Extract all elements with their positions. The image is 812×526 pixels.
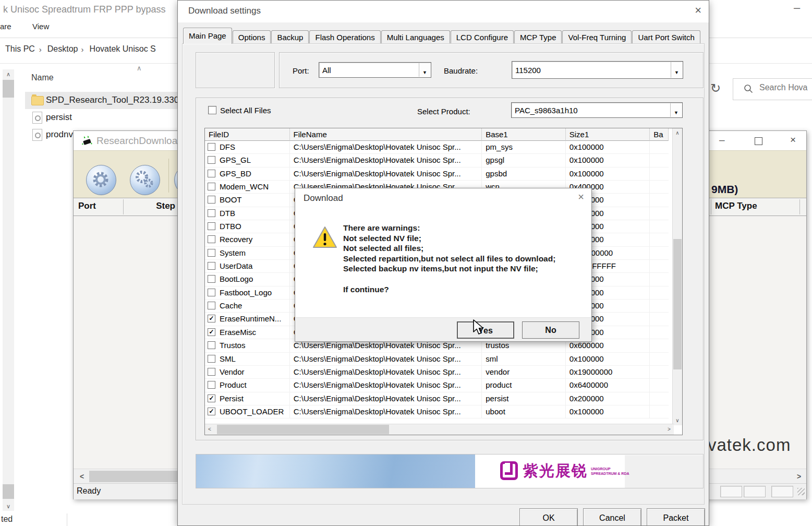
row-checkbox[interactable]: ✓: [208, 328, 215, 336]
row-checkbox[interactable]: [208, 183, 215, 190]
tab-mcp-type[interactable]: MCP Type: [514, 30, 562, 44]
row-checkbox[interactable]: ✓: [208, 408, 215, 415]
watermark-text: vatek.com: [708, 435, 791, 455]
row-checkbox[interactable]: [208, 262, 215, 270]
column-header-step[interactable]: Step: [123, 201, 175, 211]
row-checkbox[interactable]: [208, 156, 215, 164]
close-icon[interactable]: ×: [695, 4, 701, 17]
scroll-down-icon[interactable]: ∨: [673, 416, 682, 425]
tab-vol-freq-turning[interactable]: Vol-Freq Turning: [562, 30, 632, 44]
table-vscrollbar[interactable]: ∧ ∨: [672, 128, 682, 425]
menu-item-are[interactable]: are: [0, 22, 11, 31]
column-header-name[interactable]: Name: [31, 73, 54, 82]
ok-button[interactable]: OK: [519, 508, 578, 526]
menu-item-view[interactable]: View: [32, 22, 49, 31]
chevron-down-icon[interactable]: ▼: [671, 62, 682, 78]
row-checkbox[interactable]: [208, 249, 215, 257]
table-row[interactable]: ProductC:\Users\Enigma\Desktop\Hovatek U…: [205, 379, 669, 392]
row-checkbox[interactable]: [208, 170, 215, 177]
select-product-select[interactable]: PAC_s9863a1h10 ▼: [511, 102, 683, 118]
scroll-thumb[interactable]: [217, 425, 389, 434]
breadcrumb-item[interactable]: Desktop: [47, 44, 78, 54]
table-row[interactable]: ✓PersistC:\Users\Enigma\Desktop\Hovatek …: [205, 392, 669, 405]
breadcrumb-item[interactable]: Hovatek Unisoc S: [90, 44, 156, 54]
scroll-thumb[interactable]: [3, 484, 14, 499]
row-checkbox[interactable]: [208, 368, 215, 376]
tab-multi-languages[interactable]: Multi Languages: [381, 30, 450, 44]
table-row[interactable]: SMLC:\Users\Enigma\Desktop\Hovatek Uniso…: [205, 353, 669, 366]
settings-gear-button[interactable]: [86, 165, 116, 195]
row-checkbox[interactable]: [208, 289, 215, 296]
table-row[interactable]: ✓UBOOT_LOADERC:\Users\Enigma\Desktop\Hov…: [205, 405, 669, 419]
row-checkbox[interactable]: [208, 222, 215, 230]
table-hscrollbar[interactable]: < >: [205, 424, 674, 435]
cancel-button[interactable]: Cancel: [583, 508, 641, 526]
row-checkbox[interactable]: ✓: [208, 394, 215, 402]
packet-button[interactable]: Packet: [647, 508, 705, 526]
status-text: Ready: [77, 486, 101, 496]
chevron-down-icon[interactable]: ▼: [670, 103, 682, 117]
file-name: persist: [46, 112, 72, 123]
warning-line: If continue?: [343, 284, 555, 295]
table-row[interactable]: VendorC:\Users\Enigma\Desktop\Hovatek Un…: [205, 366, 669, 379]
baudrate-select[interactable]: 115200 ▼: [512, 61, 683, 79]
select-all-checkbox[interactable]: [208, 106, 216, 114]
column-header-port[interactable]: Port: [78, 201, 96, 211]
resize-grip[interactable]: [797, 488, 805, 495]
chevron-down-icon[interactable]: ▼: [419, 63, 430, 77]
row-checkbox[interactable]: [208, 355, 215, 363]
port-value: All: [322, 66, 331, 75]
row-checkbox[interactable]: [208, 143, 215, 151]
row-checkbox[interactable]: [208, 341, 215, 349]
column-header-size1[interactable]: Size1: [566, 128, 650, 141]
file-row[interactable]: persist: [25, 109, 181, 126]
tab-lcd-configure[interactable]: LCD Configure: [451, 30, 514, 44]
file-row[interactable]: SPD_Research_Tool_R23.19.3301: [25, 92, 181, 109]
column-header-mcp-type[interactable]: MCP Type: [715, 201, 757, 211]
minimize-icon[interactable]: –: [719, 134, 725, 146]
table-row[interactable]: DFSC:\Users\Enigma\Desktop\Hovatek Uniso…: [205, 141, 669, 154]
sort-indicator-icon[interactable]: ∧: [137, 64, 142, 72]
breadcrumb-item[interactable]: This PC: [5, 44, 35, 54]
scroll-right-icon[interactable]: >: [793, 471, 805, 482]
tab-main-page[interactable]: Main Page: [183, 28, 232, 44]
row-checkbox[interactable]: [208, 235, 215, 243]
close-icon[interactable]: ×: [790, 134, 796, 146]
row-checkbox[interactable]: ✓: [208, 315, 215, 322]
tab-flash-operations[interactable]: Flash Operations: [309, 30, 380, 44]
scroll-left-icon[interactable]: <: [76, 471, 88, 482]
row-checkbox[interactable]: [208, 275, 215, 283]
minimize-icon[interactable]: –: [794, 1, 800, 15]
scroll-down-icon[interactable]: ∨: [3, 501, 14, 511]
multi-settings-button[interactable]: [130, 165, 160, 195]
tab-uart-port-switch[interactable]: Uart Port Switch: [632, 30, 700, 44]
table-row[interactable]: GPS_GLC:\Users\Enigma\Desktop\Hovatek Un…: [205, 154, 669, 167]
maximize-icon[interactable]: [755, 137, 762, 145]
table-row[interactable]: GPS_BDC:\Users\Enigma\Desktop\Hovatek Un…: [205, 168, 669, 181]
scroll-up-icon[interactable]: ∧: [3, 69, 14, 79]
port-select[interactable]: All ▼: [319, 62, 431, 78]
close-icon[interactable]: ×: [578, 191, 584, 203]
explorer-scrollbar[interactable]: ∧ ∨: [3, 69, 14, 511]
no-button[interactable]: No: [522, 321, 579, 339]
search-input[interactable]: [758, 82, 812, 93]
column-header-filename[interactable]: FileName: [290, 128, 482, 141]
scroll-up-icon[interactable]: ∧: [673, 128, 682, 138]
row-checkbox[interactable]: [208, 381, 215, 389]
base-value: sml: [482, 353, 566, 365]
search-box[interactable]: [733, 78, 812, 100]
tab-options[interactable]: Options: [233, 30, 271, 44]
refresh-icon[interactable]: ↻: [710, 81, 721, 95]
scroll-right-icon[interactable]: >: [664, 425, 674, 434]
tab-backup[interactable]: Backup: [271, 30, 309, 44]
column-header-fileid[interactable]: FileID: [205, 128, 290, 141]
row-checkbox[interactable]: [208, 196, 215, 204]
scroll-thumb[interactable]: [3, 80, 14, 98]
scroll-thumb[interactable]: [673, 239, 682, 369]
column-header-ba[interactable]: Ba: [650, 128, 669, 141]
ba-value: [650, 353, 669, 365]
column-header-base1[interactable]: Base1: [482, 128, 566, 141]
row-checkbox[interactable]: [208, 209, 215, 217]
scroll-left-icon[interactable]: <: [205, 425, 214, 434]
row-checkbox[interactable]: [208, 302, 215, 309]
